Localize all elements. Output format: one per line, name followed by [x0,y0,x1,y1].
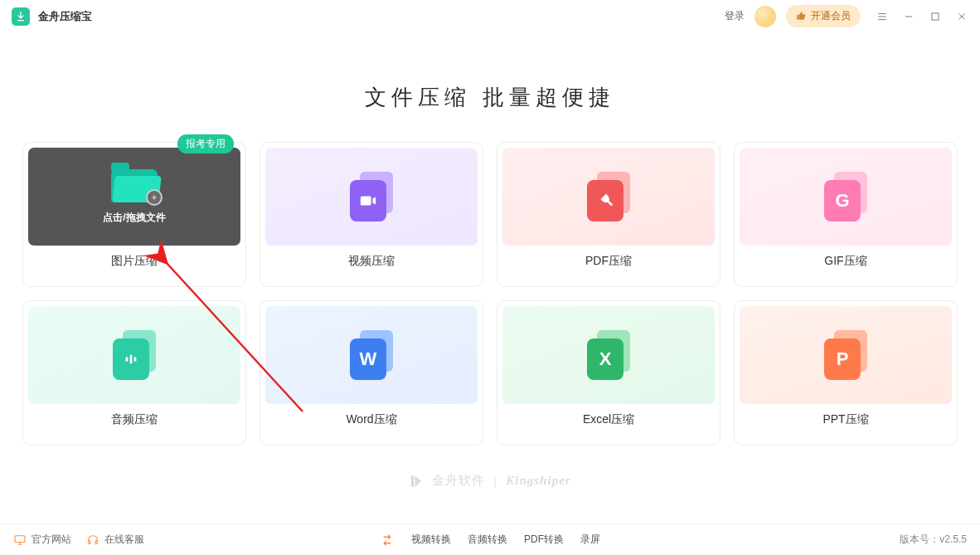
video-file-icon [347,172,396,222]
pdf-convert-link[interactable]: PDF转换 [524,533,564,547]
main-content: 文件压缩 批量超便捷 报考专用 点击/拖拽文件 图片压缩 [0,33,980,445]
word-file-icon: W [347,330,396,380]
feature-grid: 报考专用 点击/拖拽文件 图片压缩 视频压缩 [0,142,980,445]
pdf-file-icon [584,172,633,222]
thumbs-up-icon [796,11,807,22]
bottombar: 官方网站 在线客服 视频转换 音频转换 PDF转换 录屏 版本号：v2.5.5 [0,523,980,555]
card-label: PDF压缩 [585,254,632,269]
card-label: Excel压缩 [583,412,634,427]
online-service-label: 在线客服 [104,533,144,547]
brand-footer: 金舟软件 | Kingshiper [0,473,980,489]
brand-latin: Kingshiper [506,474,570,488]
official-site-label: 官方网站 [32,533,71,547]
card-label: 音频压缩 [111,412,158,427]
titlebar: 金舟压缩宝 登录 开通会员 [0,0,980,33]
app-logo-icon [12,7,30,26]
convert-icon [380,533,395,548]
card-ppt-compress[interactable]: P PPT压缩 [734,300,958,445]
folder-add-icon [111,169,158,202]
card-label: 图片压缩 [111,254,158,269]
excel-file-icon: X [584,330,633,380]
card-image-compress[interactable]: 报考专用 点击/拖拽文件 图片压缩 [22,142,246,287]
monitor-icon [13,533,27,547]
card-label: PPT压缩 [822,412,868,427]
audio-file-icon [109,330,159,380]
menu-icon[interactable] [876,10,889,23]
avatar[interactable] [754,6,776,27]
card-video-compress[interactable]: 视频压缩 [260,142,483,287]
brand-company: 金舟软件 [432,473,485,489]
card-label: Word压缩 [346,412,396,427]
login-link[interactable]: 登录 [725,9,745,23]
brand-logo-icon [409,474,424,489]
version-label: 版本号：v2.5.5 [900,533,967,547]
page-headline: 文件压缩 批量超便捷 [0,83,980,112]
official-site-link[interactable]: 官方网站 [13,533,71,547]
card-label: 视频压缩 [348,254,395,269]
screen-record-link[interactable]: 录屏 [580,533,600,547]
video-convert-link[interactable]: 视频转换 [411,533,451,547]
maximize-icon[interactable] [929,10,942,23]
svg-rect-5 [15,535,25,542]
dropzone-text: 点击/拖拽文件 [103,211,165,225]
image-compress-dropzone[interactable]: 点击/拖拽文件 [28,148,240,246]
close-icon[interactable] [955,10,968,23]
audio-convert-link[interactable]: 音频转换 [468,533,507,547]
card-excel-compress[interactable]: X Excel压缩 [497,300,720,445]
card-word-compress[interactable]: W Word压缩 [260,300,483,445]
svg-rect-3 [130,355,133,364]
gif-file-icon: G [821,172,871,222]
brand-separator: | [493,474,497,488]
headset-icon [86,533,99,547]
svg-rect-4 [134,357,137,362]
card-label: GIF压缩 [824,254,866,269]
online-service-link[interactable]: 在线客服 [86,533,144,547]
card-pdf-compress[interactable]: PDF压缩 [497,142,720,287]
ppt-file-icon: P [821,330,871,380]
svg-rect-2 [126,357,129,362]
svg-rect-0 [17,20,24,21]
app-title: 金舟压缩宝 [38,9,92,24]
minimize-icon[interactable] [902,10,915,23]
svg-rect-1 [932,12,939,19]
card-gif-compress[interactable]: G GIF压缩 [734,142,958,287]
badge-exam: 报考专用 [177,134,234,153]
vip-button-label: 开通会员 [811,9,851,23]
card-audio-compress[interactable]: 音频压缩 [22,300,246,445]
vip-button[interactable]: 开通会员 [786,5,861,27]
